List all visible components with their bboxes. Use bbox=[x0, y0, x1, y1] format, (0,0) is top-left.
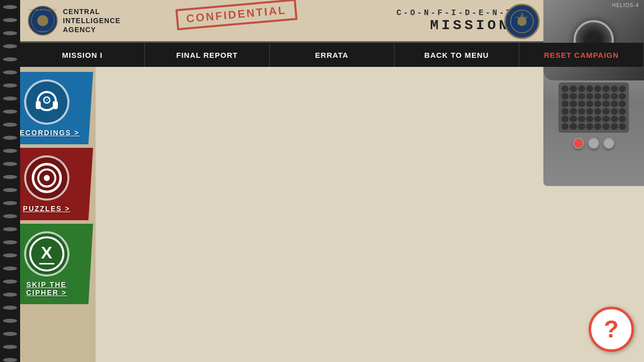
spiral-ring bbox=[3, 136, 17, 140]
record-button-red bbox=[573, 138, 584, 149]
spiral-ring bbox=[3, 188, 17, 192]
recorder-speaker bbox=[558, 82, 629, 133]
spiral-ring bbox=[3, 358, 17, 362]
spiral-ring bbox=[3, 345, 17, 349]
svg-rect-10 bbox=[53, 101, 58, 109]
spiral-ring bbox=[3, 175, 17, 179]
skip-cipher-icon-circle: X bbox=[24, 231, 69, 277]
help-icon: ? bbox=[604, 317, 618, 341]
spiral-ring bbox=[3, 240, 17, 244]
spiral-ring bbox=[3, 227, 17, 231]
spiral-ring bbox=[3, 266, 17, 270]
x-icon: X bbox=[29, 236, 64, 272]
spiral-ring bbox=[3, 214, 17, 218]
help-button[interactable]: ? bbox=[589, 307, 634, 352]
spiral-ring bbox=[3, 110, 17, 114]
camera-decoration: HELIOS-4 bbox=[543, 0, 644, 80]
recordings-icon-circle bbox=[24, 79, 69, 125]
svg-rect-9 bbox=[36, 101, 41, 109]
spiral-ring bbox=[3, 293, 17, 297]
navbar: MISSION I Final Report Errata Back to Me… bbox=[0, 43, 644, 67]
spiral-ring bbox=[3, 280, 17, 284]
record-button-gray2 bbox=[603, 138, 614, 149]
puzzles-label: PUZZLES > bbox=[23, 205, 70, 213]
spiral-ring bbox=[3, 306, 17, 310]
spiral-ring bbox=[3, 332, 17, 336]
svg-point-12 bbox=[46, 99, 48, 101]
spiral-ring bbox=[3, 162, 17, 166]
spiral-ring bbox=[3, 253, 17, 257]
spiral-ring bbox=[3, 44, 17, 48]
puzzles-icon-circle bbox=[24, 155, 69, 201]
cia-badge-header bbox=[503, 3, 541, 40]
confidential-stamp: CONFIDENTIAL bbox=[176, 0, 298, 30]
nav-item-reset-campaign[interactable]: Reset Campaign bbox=[519, 43, 644, 67]
spiral-ring bbox=[3, 70, 17, 74]
spiral-ring bbox=[3, 319, 17, 323]
skip-cipher-label: SKIP THE CIPHER > bbox=[26, 281, 67, 297]
headphones-icon bbox=[32, 87, 62, 117]
svg-text:AGENCY: AGENCY bbox=[38, 31, 48, 33]
spiral-ring bbox=[3, 201, 17, 205]
svg-text:CENTRAL INTELLIGENCE: CENTRAL INTELLIGENCE bbox=[29, 9, 57, 11]
spiral-ring bbox=[3, 5, 17, 9]
spiral-ring bbox=[3, 149, 17, 153]
header: CENTRAL INTELLIGENCE AGENCY CENTRAL INTE… bbox=[0, 0, 644, 43]
nav-item-mission-i[interactable]: MISSION I bbox=[20, 43, 145, 67]
spiral-ring bbox=[3, 18, 17, 22]
spiral-ring bbox=[3, 83, 17, 87]
nav-item-errata[interactable]: Errata bbox=[270, 43, 394, 67]
spiral-ring bbox=[3, 57, 17, 61]
spiral-ring bbox=[3, 31, 17, 35]
nav-item-final-report[interactable]: Final Report bbox=[145, 43, 270, 67]
spiral-ring bbox=[3, 97, 17, 101]
recorder-buttons bbox=[573, 138, 614, 149]
cia-seal-icon: CENTRAL INTELLIGENCE AGENCY bbox=[28, 6, 58, 36]
nav-item-back-to-menu[interactable]: Back to Menu bbox=[394, 43, 519, 67]
cia-logo-area: CENTRAL INTELLIGENCE AGENCY CENTRAL INTE… bbox=[20, 3, 128, 38]
record-button-gray bbox=[588, 138, 599, 149]
spiral-binding bbox=[0, 0, 20, 362]
target-icon bbox=[32, 163, 62, 193]
spiral-ring bbox=[3, 123, 17, 127]
cia-title: CENTRAL INTELLIGENCE AGENCY bbox=[63, 7, 121, 35]
recordings-label: RECORDINGS > bbox=[14, 129, 79, 137]
